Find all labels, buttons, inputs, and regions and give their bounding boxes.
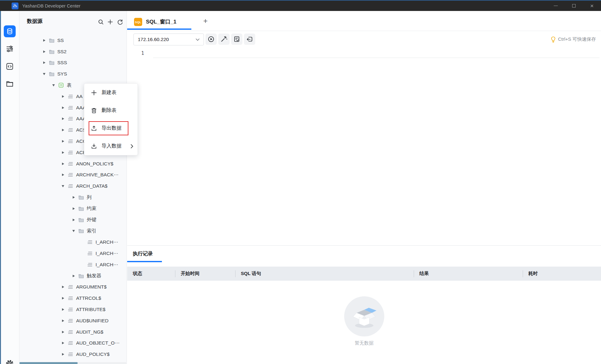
tree-item--[interactable]: 触发器 [19,270,127,282]
tree-expand-arrow-icon[interactable] [61,117,65,121]
search-button[interactable] [97,18,105,26]
tree-expand-arrow-icon[interactable] [61,319,65,323]
sql-editor[interactable]: 1 [127,48,601,245]
tree-item-aud_object_o-[interactable]: AUD_OBJECT_O⋯ [19,338,127,349]
column-header-label: 耗时 [528,271,538,277]
tab-sql-window-1[interactable]: SQL SQL_窗口_1 [127,11,191,31]
tree-expand-arrow-icon[interactable] [42,60,46,65]
titlebar: YashanDB Developer Center × [0,1,601,11]
tree-expand-arrow-icon[interactable] [61,150,65,155]
tree-item-aud-unified[interactable]: AUD$UNIFIED [19,315,127,326]
line-number: 1 [137,50,144,56]
tree-item-i_arch-[interactable]: I_ARCH⋯ [19,237,127,248]
column-separator [175,270,175,277]
tree-expand-arrow-icon[interactable] [61,296,65,300]
nav-files-button[interactable] [6,80,14,88]
import-script-button[interactable] [244,34,255,45]
tree-expand-arrow-icon[interactable] [61,341,65,345]
table-icon [68,340,73,346]
tree-expand-arrow-icon[interactable] [61,184,65,188]
tree-expand-arrow-icon[interactable] [61,162,65,166]
tree-item-sys[interactable]: SYS [19,68,127,80]
tree-expand-arrow-icon[interactable] [71,206,76,211]
tree-expand-arrow-icon[interactable] [61,128,65,132]
refresh-button[interactable] [116,18,124,26]
menu-item-新建表[interactable]: 新建表 [84,84,137,101]
tree-expand-arrow-icon[interactable] [71,274,76,278]
tree-expand-arrow-icon[interactable] [71,229,76,233]
tree-expand-arrow-icon[interactable] [51,83,56,87]
tree-item-label: 表 [67,82,72,89]
current-line-indicator [153,58,599,58]
menu-item-导出数据[interactable]: 导出数据 [84,119,137,137]
active-panel-tab-indicator [127,261,162,262]
settings-button[interactable] [5,359,14,364]
table-icon [87,262,93,268]
tree-item-label: ATTRCOL$ [76,295,101,301]
nav-code-button[interactable] [6,62,14,70]
sidebar-horizontal-scrollbar [19,362,126,364]
tree-item-attribute-[interactable]: ATTRIBUTE$ [19,304,127,315]
tree-item[interactable] [19,360,127,362]
folder-icon [49,60,54,65]
tree-expand-arrow-icon[interactable] [42,72,46,76]
tree-item-archive_back-[interactable]: ARCHIVE_BACK⋯ [19,169,127,181]
tree-expand-arrow-icon[interactable] [71,195,76,200]
tree-item-argument-[interactable]: ARGUMENT$ [19,282,127,293]
plus-icon [107,19,113,25]
new-tab-button[interactable]: + [199,11,212,31]
column-header-label: 开始时间 [181,271,199,277]
validate-button[interactable] [231,34,242,45]
tree-item-anon_policy-[interactable]: ANON_POLICY$ [19,158,127,169]
tree-expand-arrow-icon[interactable] [61,173,65,177]
editor-tabbar: SQL SQL_窗口_1 + [127,11,601,31]
tree-item-ss[interactable]: SS [19,35,127,46]
run-button[interactable] [205,34,217,45]
nav-datasource-button[interactable] [4,25,16,37]
tree-item-attrcol-[interactable]: ATTRCOL$ [19,293,127,304]
menu-item-label: 新建表 [101,89,117,96]
tree-item--[interactable]: 列 [19,192,127,203]
menu-item-导入数据[interactable]: 导入数据 [84,137,137,155]
table-icon [68,183,73,189]
menu-item-label: 删除表 [101,107,117,114]
tree-item--[interactable]: 约束 [19,203,127,214]
tree-item-sss[interactable]: SSS [19,57,127,69]
table-icon [87,239,93,245]
tree-item-arch_data-[interactable]: ARCH_DATA$ [19,180,127,192]
folder-icon [49,38,54,43]
add-datasource-button[interactable] [106,18,114,26]
tree-expand-arrow-icon[interactable] [61,307,65,312]
tree-item-ss2[interactable]: SS2 [19,46,127,57]
menu-item-删除表[interactable]: 删除表 [84,101,137,119]
connection-select[interactable]: 172.16.60.220 [133,34,204,45]
tree-expand-arrow-icon[interactable] [61,106,65,110]
tree-item-i_arch-[interactable]: I_ARCH⋯ [19,248,127,259]
tree-expand-arrow-icon[interactable] [61,94,65,99]
close-button[interactable]: × [583,1,601,11]
tree-item-audit_ng-[interactable]: AUDIT_NG$ [19,326,127,338]
maximize-button[interactable] [565,1,583,11]
tree-expand-arrow-icon[interactable] [61,352,65,356]
scrollbar-thumb[interactable] [19,362,78,364]
tree-expand-arrow-icon[interactable] [71,218,76,222]
tree-expand-arrow-icon[interactable] [42,49,46,54]
tree-expand-arrow-icon[interactable] [42,38,46,43]
tree-expand-arrow-icon[interactable] [61,139,65,143]
tab-execution-records[interactable]: 执行记录 [133,251,153,257]
tree-item--[interactable]: 索引 [19,226,127,237]
tree-expand-arrow-icon[interactable] [61,330,65,334]
tree-item-aud_policy-[interactable]: AUD_POLICY$ [19,349,127,360]
code-icon [6,62,14,70]
column-separator [235,270,236,277]
tree-expand-arrow-icon[interactable] [61,285,65,289]
nav-settings-button[interactable] [6,45,14,53]
tree-item-label: 列 [87,194,92,201]
tree-item--[interactable]: 外键 [19,214,127,226]
tree-item-i_arch-[interactable]: I_ARCH⋯ [19,259,127,270]
format-button[interactable] [218,34,230,45]
tree-item-label: I_ARCH⋯ [96,262,118,268]
minimize-button[interactable] [547,1,565,11]
app-window: YashanDB Developer Center × [0,0,601,364]
table-icon [68,116,73,122]
